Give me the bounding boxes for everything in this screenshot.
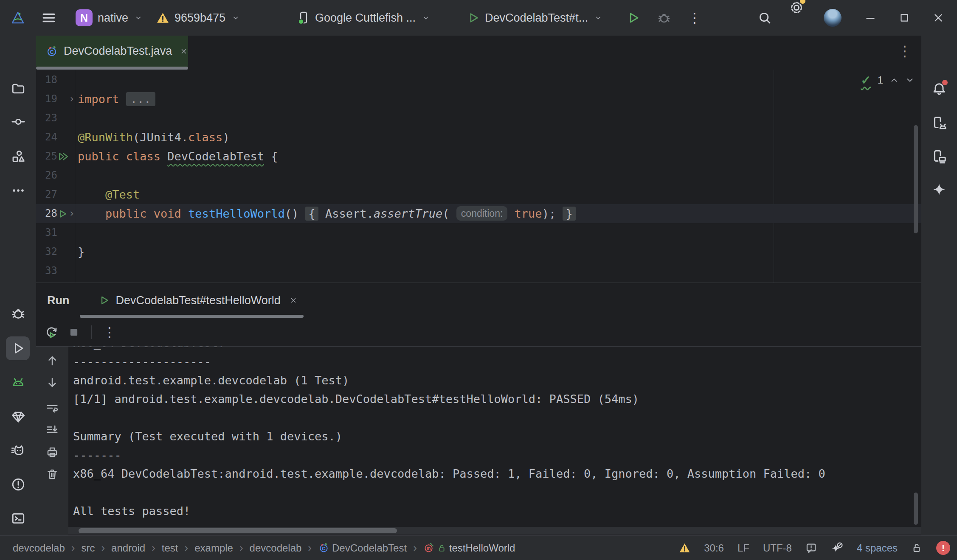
gemini-disabled-icon[interactable] xyxy=(830,542,843,554)
code-line[interactable]: 33 xyxy=(36,261,921,280)
inspections-widget[interactable]: ✓ 1 xyxy=(861,73,915,87)
run-tab-close-button[interactable] xyxy=(290,297,297,304)
breadcrumb-item[interactable]: test xyxy=(162,542,178,554)
tool-structure-button[interactable] xyxy=(0,144,36,169)
maximize-button[interactable] xyxy=(892,0,916,36)
up-stack-trace-button[interactable] xyxy=(46,354,59,367)
tool-project-button[interactable] xyxy=(0,76,36,101)
caret-position-widget[interactable]: 30:6 xyxy=(704,542,724,554)
breadcrumb-item: DevCodelabTest xyxy=(332,542,407,554)
code-line-current[interactable]: 28 › public void testHelloWorld() { Asse… xyxy=(36,204,921,223)
debug-button[interactable] xyxy=(657,0,671,36)
tab-list-kebab-icon[interactable]: ⋮ xyxy=(898,42,912,60)
tool-terminal-button[interactable] xyxy=(0,506,36,531)
run-test-gutter-button[interactable] xyxy=(57,204,68,223)
tool-more-button[interactable] xyxy=(0,178,36,203)
code-line[interactable]: 25 public class DevCodelabTest { xyxy=(36,147,921,166)
code-editor[interactable]: 18 19 › import ... 23 24 xyxy=(36,70,921,283)
code-line[interactable]: 18 xyxy=(36,70,921,90)
console-vscrollbar-thumb[interactable] xyxy=(914,493,918,525)
folded-brace[interactable]: { xyxy=(305,207,318,221)
run-panel-title[interactable]: Run xyxy=(47,294,69,307)
code-line[interactable]: 27 @Test xyxy=(36,185,921,204)
kebab-menu-icon: ⋮ xyxy=(688,11,701,25)
gemini-button[interactable] xyxy=(921,177,957,203)
search-everywhere-button[interactable] xyxy=(757,0,772,36)
next-highlight-button[interactable] xyxy=(905,76,915,85)
clear-console-button[interactable] xyxy=(46,468,59,481)
titlebar-more-button[interactable]: ⋮ xyxy=(688,0,701,36)
editor-scrollbar-thumb[interactable] xyxy=(914,125,918,233)
close-window-button[interactable] xyxy=(926,0,950,36)
code-line[interactable]: 32 } xyxy=(36,242,921,261)
fold-chevron-icon[interactable]: › xyxy=(68,90,75,109)
run-tab[interactable]: DevCodelabTest#testHelloWorld xyxy=(99,294,297,307)
feedback-bubble-icon[interactable] xyxy=(805,542,817,554)
code-line[interactable]: 19 › import ... xyxy=(36,90,921,109)
run-tab-scrollbar[interactable] xyxy=(80,315,304,318)
rerun-button[interactable] xyxy=(45,325,59,339)
scroll-to-end-button[interactable] xyxy=(46,424,59,437)
breadcrumb-method[interactable]: m testHelloWorld xyxy=(423,542,515,554)
folded-imports[interactable]: ... xyxy=(126,92,155,106)
console-hscrollbar-thumb[interactable] xyxy=(79,528,397,533)
tool-logcat-button[interactable] xyxy=(0,370,36,395)
console-hscrollbar-track[interactable] xyxy=(68,527,921,535)
prev-highlight-button[interactable] xyxy=(889,76,899,85)
breadcrumb-item[interactable]: src xyxy=(81,542,95,554)
user-account-button[interactable] xyxy=(824,0,842,36)
running-devices-button[interactable] xyxy=(921,144,957,169)
device-manager-button[interactable] xyxy=(921,110,957,136)
code-line[interactable]: 26 xyxy=(36,166,921,185)
breadcrumb-item[interactable]: devcodelab xyxy=(250,542,302,554)
console-output[interactable]: x86_64 DevCodelabTest: -----------------… xyxy=(68,347,921,527)
run-configuration-selector[interactable]: DevCodelabTest#t... xyxy=(467,0,602,36)
avatar xyxy=(824,9,842,27)
stop-button[interactable] xyxy=(68,326,80,339)
line-separator-widget[interactable]: LF xyxy=(737,542,749,554)
run-toolbar-kebab-icon[interactable]: ⋮ xyxy=(103,325,116,339)
run-class-gutter-button[interactable] xyxy=(57,147,68,166)
breadcrumb-item[interactable]: android xyxy=(111,542,145,554)
tab-scrollbar[interactable] xyxy=(36,67,188,70)
notifications-button[interactable] xyxy=(921,76,957,101)
encoding-widget[interactable]: UTF-8 xyxy=(763,542,792,554)
tool-commit-button[interactable] xyxy=(0,109,36,134)
play-icon xyxy=(11,341,25,356)
tool-app-quality-insights-button[interactable] xyxy=(0,404,36,429)
editor-tab-active[interactable]: C DevCodelabTest.java xyxy=(36,36,188,67)
tool-run-button[interactable] xyxy=(0,336,36,361)
tool-debug-button[interactable] xyxy=(0,301,36,326)
down-stack-trace-button[interactable] xyxy=(46,376,59,389)
indent-widget[interactable]: 4 spaces xyxy=(857,542,898,554)
code-line[interactable]: 23 xyxy=(36,109,921,128)
more-dots-icon xyxy=(11,183,25,198)
lock-status-icon[interactable] xyxy=(911,542,923,554)
project-selector[interactable]: N native xyxy=(76,0,143,36)
main-menu-button[interactable] xyxy=(42,0,56,36)
error-indicator-badge[interactable]: ! xyxy=(936,541,950,555)
tab-close-button[interactable] xyxy=(180,48,188,55)
run-button[interactable] xyxy=(627,0,640,36)
line-number: 32 xyxy=(36,242,57,261)
debug-bug-icon xyxy=(657,11,671,25)
vcs-branch-selector[interactable]: 9659b475 xyxy=(156,0,240,36)
folded-brace[interactable]: } xyxy=(563,207,575,221)
print-button[interactable] xyxy=(46,446,59,459)
breadcrumb-item[interactable]: devcodelab xyxy=(13,542,65,554)
breadcrumb-class[interactable]: C DevCodelabTest xyxy=(318,542,407,554)
warning-status-icon[interactable] xyxy=(679,543,690,553)
code-line[interactable]: 31 xyxy=(36,223,921,242)
fold-chevron-icon[interactable]: › xyxy=(68,204,75,223)
device-selector[interactable]: Google Cuttlefish ... xyxy=(297,0,430,36)
breadcrumb-item[interactable]: example xyxy=(194,542,233,554)
minimize-button[interactable] xyxy=(858,0,882,36)
tool-problems-button[interactable] xyxy=(0,472,36,497)
titlebar: N native 9659b475 xyxy=(0,0,957,36)
right-tool-stripe xyxy=(921,36,957,535)
project-name: native xyxy=(98,11,128,25)
code-line[interactable]: 24 @RunWith(JUnit4.class) xyxy=(36,128,921,147)
tool-profiler-button[interactable] xyxy=(0,438,36,463)
soft-wrap-button[interactable] xyxy=(46,402,59,414)
statusbar-widgets: 30:6 LF UTF-8 4 spaces xyxy=(679,541,950,555)
